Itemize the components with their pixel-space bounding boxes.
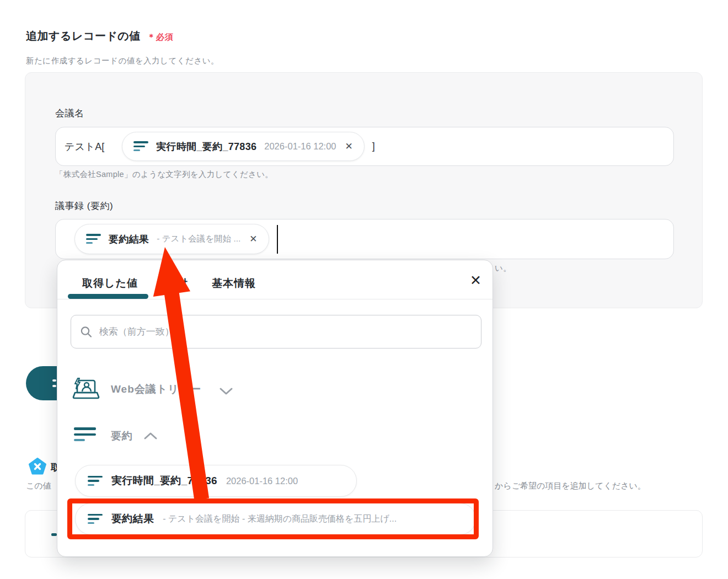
page-subtitle: 新たに作成するレコードの値を入力してください。 [26, 56, 219, 66]
item-label: 要約結果 [111, 512, 154, 526]
summary-lines-icon [74, 427, 96, 441]
minutes-summary-input[interactable]: 要約結果 - テスト会議を開始 ... ✕ [55, 219, 674, 259]
chip-remove-icon[interactable]: ✕ [249, 233, 257, 245]
variable-pentagon-icon [29, 458, 46, 475]
item-value: 2026-01-16 12:00 [226, 476, 298, 486]
text-cursor [277, 225, 278, 254]
variable-chip-summary-result[interactable]: 要約結果 - テスト会議を開始 ... ✕ [74, 224, 269, 254]
chevron-down-icon[interactable] [219, 387, 233, 395]
chip-value: - テスト会議を開始 ... [157, 233, 240, 245]
covered-description-right: からご希望の項目を追加してください。 [495, 481, 646, 491]
search-icon [80, 325, 93, 339]
chip-remove-icon[interactable]: ✕ [345, 141, 353, 152]
required-badge: ＊必須 [147, 32, 174, 41]
web-meeting-trigger-icon [72, 376, 100, 403]
tab-acquired-values[interactable]: 取得した値 [82, 276, 138, 291]
covered-description-left: この値 [26, 481, 51, 491]
page-title: 追加するレコードの値＊必須 [26, 29, 174, 44]
group-label: Web会議トリガー [111, 382, 201, 396]
meeting-name-input[interactable]: テストA[ 実行時間_要約_77836 2026-01-16 12:00 ✕ ] [55, 127, 674, 166]
meeting-name-label: 会議名 [55, 107, 84, 120]
summary-lines-icon [88, 475, 103, 487]
chip-value: 2026-01-16 12:00 [264, 141, 336, 152]
active-tab-underline [68, 294, 148, 299]
group-label: 要約 [111, 429, 133, 443]
tab-date[interactable]: 日付 [166, 276, 188, 291]
search-box[interactable] [71, 315, 481, 349]
list-item-summary-result[interactable]: 要約結果 - テスト会議を開始 - 来週納期の商品販売価格を五円上げ... [75, 503, 476, 535]
close-icon[interactable]: ✕ [470, 274, 481, 287]
tab-basic-info[interactable]: 基本情報 [212, 276, 256, 291]
minutes-summary-helper-fragment: い。 [495, 263, 511, 274]
chip-label: 要約結果 [109, 233, 149, 246]
item-label: 実行時間_要約_77836 [111, 474, 217, 488]
search-input[interactable] [99, 326, 472, 337]
summary-lines-icon [88, 513, 103, 525]
value-picker-popup: 取得した値 日付 基本情報 ✕ Web会議トリガー 要約 [57, 260, 493, 557]
group-summary[interactable]: 要約 [74, 425, 482, 449]
list-item-exec-time[interactable]: 実行時間_要約_77836 2026-01-16 12:00 [75, 465, 357, 497]
item-value: - テスト会議を開始 - 来週納期の商品販売価格を五円上げ... [163, 513, 397, 525]
chip-label: 実行時間_要約_77836 [156, 140, 256, 153]
minutes-summary-label: 議事録 (要約) [55, 200, 113, 212]
chevron-up-icon[interactable] [143, 432, 158, 441]
meeting-name-text-before: テストA[ [65, 140, 104, 153]
meeting-name-helper: 「株式会社Sample」のような文字列を入力してください。 [55, 169, 273, 180]
variable-chip-exec-time[interactable]: 実行時間_要約_77836 2026-01-16 12:00 ✕ [122, 132, 365, 161]
hidden-chip-icon-fragment [51, 533, 57, 536]
summary-lines-icon [133, 141, 148, 152]
tabs-divider [57, 299, 493, 299]
page-title-text: 追加するレコードの値 [26, 30, 141, 42]
group-web-meeting-trigger[interactable]: Web会議トリガー [72, 376, 480, 404]
summary-lines-icon [86, 233, 101, 245]
meeting-name-text-after: ] [372, 141, 375, 152]
